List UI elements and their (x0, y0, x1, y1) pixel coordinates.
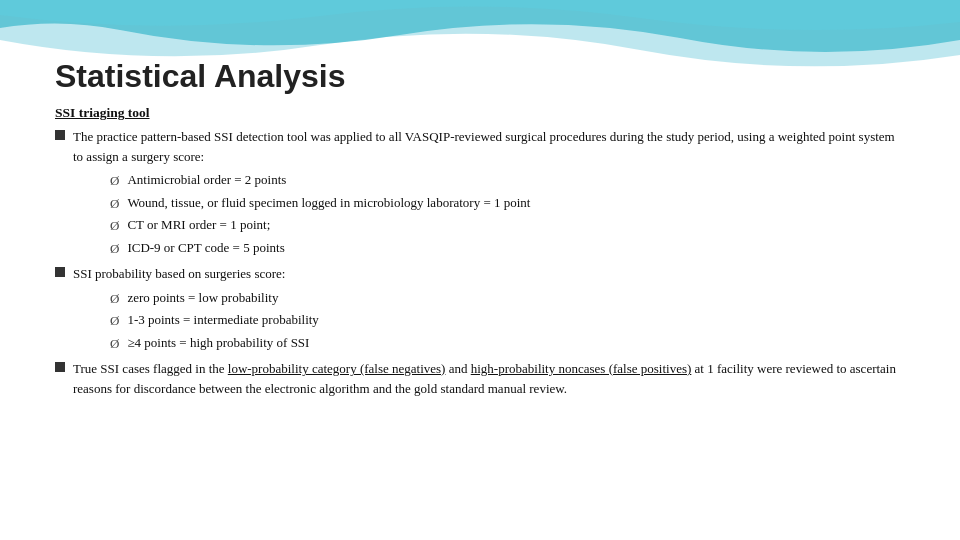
bullet-block-2: SSI probability based on surgeries score… (55, 264, 905, 353)
bullet-text-1: The practice pattern-based SSI detection… (73, 127, 905, 166)
sub-item-text: 1-3 points = intermediate probability (127, 310, 318, 330)
sub-item-1-1: Ø Antimicrobial order = 2 points (110, 170, 905, 191)
sub-item-text: ICD-9 or CPT code = 5 points (127, 238, 284, 258)
bullet-icon-2 (55, 267, 65, 277)
sub-item-text: CT or MRI order = 1 point; (127, 215, 270, 235)
arrow-icon: Ø (110, 239, 119, 259)
bullet-text-2: SSI probability based on surgeries score… (73, 264, 905, 284)
sub-item-1-2: Ø Wound, tissue, or fluid specimen logge… (110, 193, 905, 214)
arrow-icon: Ø (110, 216, 119, 236)
bullet3-text-before: True SSI cases flagged in the (73, 361, 228, 376)
bullet-text-3: True SSI cases flagged in the low-probab… (73, 359, 905, 398)
sub-item-1-3: Ø CT or MRI order = 1 point; (110, 215, 905, 236)
page-title: Statistical Analysis (55, 58, 905, 95)
sub-item-2-2: Ø 1-3 points = intermediate probability (110, 310, 905, 331)
bullet3-text-middle: and (445, 361, 470, 376)
sub-item-text: Wound, tissue, or fluid specimen logged … (127, 193, 530, 213)
sub-item-2-3: Ø ≥4 points = high probability of SSI (110, 333, 905, 354)
main-content: Statistical Analysis SSI triaging tool T… (0, 40, 960, 424)
arrow-icon: Ø (110, 334, 119, 354)
bullet-item-2: SSI probability based on surgeries score… (55, 264, 905, 284)
bullet-block-1: The practice pattern-based SSI detection… (55, 127, 905, 258)
section-header: SSI triaging tool (55, 105, 905, 121)
arrow-icon: Ø (110, 194, 119, 214)
sub-item-1-4: Ø ICD-9 or CPT code = 5 points (110, 238, 905, 259)
arrow-icon: Ø (110, 311, 119, 331)
sub-item-2-1: Ø zero points = low probability (110, 288, 905, 309)
sub-item-text: ≥4 points = high probability of SSI (127, 333, 309, 353)
sub-item-text: Antimicrobial order = 2 points (127, 170, 286, 190)
bullet3-underline1: low-probability category (false negative… (228, 361, 446, 376)
sub-item-text: zero points = low probability (127, 288, 278, 308)
arrow-icon: Ø (110, 289, 119, 309)
sub-list-1: Ø Antimicrobial order = 2 points Ø Wound… (110, 170, 905, 258)
bullet-item-3: True SSI cases flagged in the low-probab… (55, 359, 905, 398)
bullet-item-1: The practice pattern-based SSI detection… (55, 127, 905, 166)
sub-list-2: Ø zero points = low probability Ø 1-3 po… (110, 288, 905, 354)
bullet-icon-3 (55, 362, 65, 372)
bullet-block-3: True SSI cases flagged in the low-probab… (55, 359, 905, 398)
bullet3-underline2: high-probability noncases (false positiv… (471, 361, 692, 376)
bullet-icon-1 (55, 130, 65, 140)
arrow-icon: Ø (110, 171, 119, 191)
